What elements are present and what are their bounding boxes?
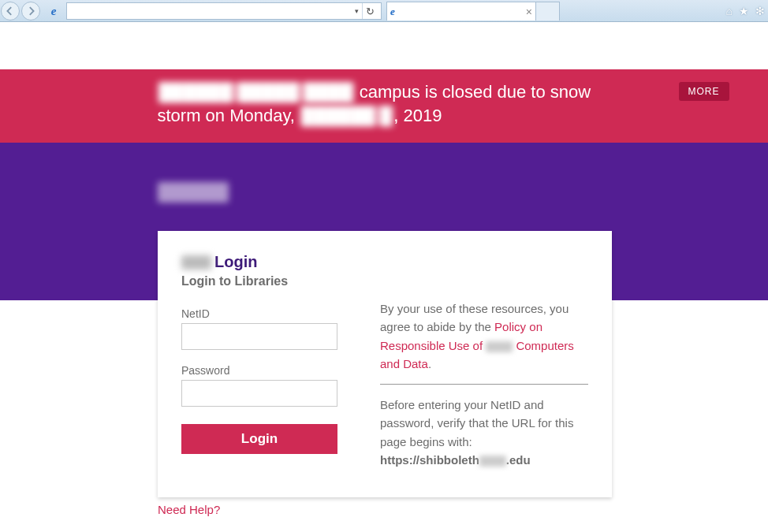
netid-label: NetID (181, 307, 353, 320)
alert-date-redacted: ██████ █ (300, 106, 393, 125)
netid-input[interactable] (181, 323, 337, 350)
page-content: ██████ █████ ████ campus is closed due t… (0, 22, 768, 300)
back-button[interactable] (1, 2, 20, 20)
need-help-link[interactable]: Need Help? (158, 503, 220, 516)
tab-favicon-icon: e (390, 6, 395, 18)
browser-chrome: e ▾ ↻ e × ⌂ ★ ✻ (0, 0, 768, 22)
verify-instructions: Before entering your NetID and password,… (380, 396, 588, 451)
forward-button[interactable] (21, 2, 40, 20)
login-button[interactable]: Login (181, 424, 337, 454)
password-input[interactable] (181, 380, 337, 407)
home-icon[interactable]: ⌂ (726, 5, 733, 17)
login-info: By your use of these resources, you agre… (380, 299, 588, 469)
alert-banner: ██████ █████ ████ campus is closed due t… (0, 69, 768, 143)
policy-org-redacted (486, 341, 513, 352)
alert-more-button[interactable]: MORE (679, 82, 729, 101)
login-title: Login (181, 253, 588, 271)
login-form: NetID Password Login (181, 299, 353, 469)
new-tab-button[interactable] (536, 2, 560, 20)
brand-logo-redacted (158, 182, 229, 203)
verify-url: https://shibboleth.edu (380, 451, 588, 469)
address-dropdown-icon[interactable]: ▾ (355, 7, 359, 15)
alert-text: ██████ █████ ████ campus is closed due t… (158, 80, 611, 127)
login-card: Login Login to Libraries NetID Password … (158, 231, 612, 497)
login-subtitle: Login to Libraries (181, 274, 588, 288)
favorites-icon[interactable]: ★ (739, 5, 749, 17)
tools-gear-icon[interactable]: ✻ (755, 5, 765, 17)
browser-tab[interactable]: e × (386, 2, 536, 20)
refresh-icon[interactable]: ↻ (362, 3, 378, 19)
ie-logo-icon: e (46, 3, 62, 19)
password-label: Password (181, 364, 353, 377)
tab-close-icon[interactable]: × (526, 6, 532, 18)
login-title-prefix-redacted (181, 255, 211, 270)
address-bar[interactable]: ▾ ↻ (66, 2, 382, 20)
alert-redacted: ██████ █████ ████ (158, 82, 355, 102)
verify-url-redacted (479, 456, 506, 467)
